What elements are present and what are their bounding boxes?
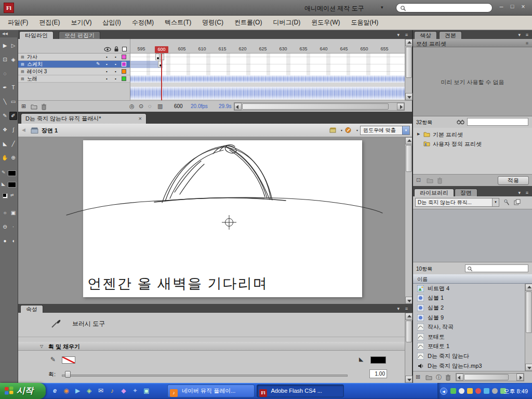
apply-button[interactable]: 적용 [498, 176, 529, 185]
expander-icon[interactable]: ▶ [417, 132, 420, 136]
tab-color[interactable]: 색상 [414, 31, 437, 39]
pen-tool[interactable]: ✒ [1, 84, 9, 92]
tab-library[interactable]: 라이브러리 [414, 189, 454, 196]
visibility-eye-icon[interactable] [104, 47, 111, 52]
subselection-tool[interactable]: ▷ [9, 42, 17, 50]
menu-control[interactable]: 컨트롤(O) [230, 16, 267, 30]
preset-folder-default[interactable]: ▶ 기본 프리셋 [413, 130, 532, 139]
lock-fill-toggle[interactable]: ▣ [9, 209, 17, 217]
fill-color-chip[interactable] [8, 182, 16, 188]
tray-icon[interactable] [459, 388, 464, 394]
tray-icon[interactable] [475, 388, 481, 394]
library-hscroll[interactable] [456, 373, 524, 381]
tray-collapse-icon[interactable]: ◀ [440, 388, 447, 395]
layer-color-swatch[interactable] [122, 76, 126, 81]
library-item[interactable]: D는 죽지 않는다 [413, 351, 525, 361]
quick-launch-icon[interactable]: ◆ [118, 385, 128, 396]
scroll-up-button[interactable] [405, 39, 413, 46]
zoom-select[interactable]: 윈도우에 맞춤 ▼ [360, 126, 410, 135]
pin-library-button[interactable] [503, 199, 510, 206]
layer-visible-dot[interactable]: • [106, 54, 108, 60]
swap-colors-icon[interactable]: ⇄ [10, 193, 14, 197]
library-item[interactable]: 포태토 1 [413, 342, 525, 352]
library-name-header[interactable]: 이름 [413, 274, 532, 284]
stroke-size-value[interactable]: 1.00 [369, 369, 387, 378]
frame-rate-value[interactable]: 20.0fps [191, 103, 208, 109]
task-button-naver-music[interactable]: ♪ 네이버 뮤직 플레이... [167, 384, 255, 397]
layer-color-swatch[interactable] [122, 62, 126, 66]
close-button[interactable]: × [518, 3, 528, 10]
menu-edit[interactable]: 편집(E) [34, 16, 64, 30]
stroke-slider-handle[interactable] [65, 371, 71, 378]
stroke-fill-section-header[interactable]: ▽ 획 및 채우기 [18, 342, 412, 351]
brush-size-button[interactable]: ● [1, 237, 9, 245]
eyedropper-tool[interactable]: ╱ [9, 140, 17, 148]
scroll-down-button[interactable] [525, 364, 532, 371]
quick-launch-icon[interactable]: e [50, 385, 60, 396]
preset-folder-custom[interactable]: 사용자 정의 프리셋 [413, 139, 532, 148]
delete-preset-button[interactable] [437, 177, 443, 184]
start-button[interactable]: 시작 [0, 383, 46, 399]
deco-tool[interactable]: ❖ [1, 126, 9, 134]
new-folder-button[interactable] [31, 104, 37, 110]
edit-scene-button[interactable]: ▾ [329, 126, 342, 135]
lasso-tool[interactable]: ◌ [1, 70, 9, 78]
library-item[interactable]: 포태토 [413, 332, 525, 342]
tab-close-icon[interactable]: × [139, 114, 142, 123]
scroll-thumb[interactable] [406, 321, 412, 342]
line-tool[interactable]: ╲ [1, 98, 9, 106]
zoom-dropdown-button[interactable]: ▼ [402, 126, 409, 135]
fill-color-swatch[interactable] [370, 356, 386, 364]
scroll-thumb[interactable] [464, 374, 509, 380]
tools-collapse-icon[interactable]: ◀◀ [0, 30, 18, 37]
title-dropdown-icon[interactable]: ▾ [381, 5, 383, 10]
hand-tool[interactable]: ✋ [1, 154, 9, 162]
tray-icon[interactable] [450, 388, 456, 394]
layer-visible-dot[interactable]: • [106, 61, 108, 68]
panel-menu-icon[interactable]: ≡ [405, 32, 408, 37]
layer-lock-dot[interactable]: • [115, 75, 116, 82]
zoom-tool[interactable]: ⊕ [9, 154, 17, 162]
bone-tool[interactable]: ∫ [9, 126, 17, 134]
library-item[interactable]: D는 죽지 않는다.mp3 [413, 361, 525, 371]
select-dropdown-button[interactable]: ▼ [492, 198, 499, 206]
edit-multiple-frames-button[interactable]: ▥ [157, 103, 163, 110]
scroll-down-button[interactable] [405, 93, 413, 100]
document-tab[interactable]: D는 죽지 않는다 뮤직 플래시* × [21, 113, 147, 124]
layer-row-song[interactable]: ▤ 노래 • • [18, 75, 130, 83]
layer-visible-dot[interactable]: • [106, 68, 108, 75]
stage-area[interactable]: 언젠간 올 새벽을 기다리며 [18, 137, 412, 304]
library-item[interactable]: 비트맵 4 [413, 284, 525, 294]
outline-color-icon[interactable] [122, 47, 127, 51]
frames-grid[interactable] [130, 54, 405, 100]
layer-lock-dot[interactable]: • [115, 61, 116, 68]
menu-help[interactable]: 도움말(H) [347, 16, 383, 30]
panel-arrow-icon[interactable]: ▾ [518, 190, 521, 195]
layer-row-lyrics[interactable]: ▤ 가사 • • [18, 54, 130, 61]
tab-swatches[interactable]: 견본 [439, 31, 462, 39]
tray-icon[interactable] [492, 388, 498, 394]
playhead-line[interactable] [161, 54, 162, 100]
library-item[interactable]: 심볼 1 [413, 294, 525, 303]
stroke-color-chip[interactable] [8, 170, 16, 176]
current-frame-value[interactable]: 600 [174, 103, 183, 109]
library-search-input[interactable] [465, 264, 528, 272]
scroll-thumb[interactable] [526, 291, 532, 333]
scroll-right-button[interactable] [397, 103, 404, 110]
stroke-color-swatch[interactable] [62, 356, 75, 364]
menu-view[interactable]: 보기(V) [66, 16, 96, 30]
quick-launch-icon[interactable]: ♪ [107, 385, 117, 396]
tray-icon[interactable] [484, 388, 489, 394]
menu-text[interactable]: 텍스트(T) [160, 16, 196, 30]
layer-lock-dot[interactable]: • [115, 54, 116, 60]
delete-layer-button[interactable] [41, 103, 47, 110]
free-transform-tool[interactable]: ⊡ [1, 56, 9, 64]
quick-launch-icon[interactable]: ✉ [96, 385, 105, 396]
brush-tool[interactable]: ✐ [9, 112, 17, 120]
center-frame-button[interactable]: ◎ [129, 103, 135, 110]
stage-vscroll[interactable] [405, 137, 412, 304]
scroll-up-button[interactable] [405, 313, 413, 320]
menu-commands[interactable]: 명령(C) [197, 16, 228, 30]
panel-arrow-icon[interactable]: ▾ [397, 306, 400, 311]
scroll-down-button[interactable] [405, 297, 412, 304]
